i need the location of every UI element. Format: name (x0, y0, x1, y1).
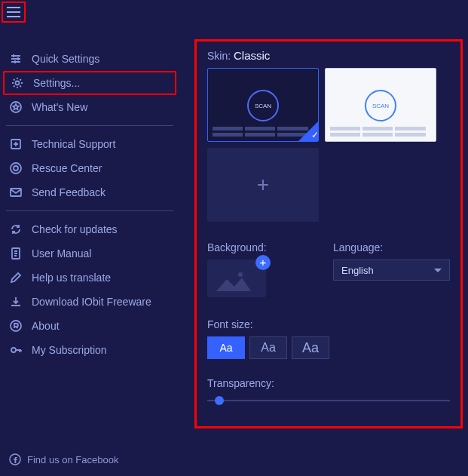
sidebar-menu: Quick Settings Settings... What's New Te… (3, 47, 176, 362)
svg-point-8 (11, 348, 16, 352)
key-icon (9, 343, 23, 357)
font-size-medium[interactable]: Aa (249, 336, 287, 359)
slider-knob[interactable] (215, 396, 224, 405)
menu-whats-new[interactable]: What's New (3, 95, 176, 119)
download-icon (9, 295, 23, 309)
skin-label: Skin: (207, 50, 231, 62)
facebook-label: Find us on Facebook (27, 454, 118, 465)
font-size-large[interactable]: Aa (292, 336, 329, 359)
skin-option-classic-dark[interactable]: SCAN (207, 68, 319, 142)
scan-preview: SCAN (247, 90, 279, 121)
gear-icon (11, 76, 24, 90)
menu-label: User Manual (32, 247, 91, 259)
star-icon (9, 100, 23, 114)
chevron-down-icon (434, 269, 442, 272)
language-label: Language: (333, 241, 450, 253)
scan-preview: SCAN (365, 90, 396, 121)
facebook-link[interactable]: Find us on Facebook (9, 453, 118, 465)
refresh-icon (9, 223, 23, 236)
hamburger-menu-button[interactable] (7, 7, 20, 17)
transparency-label: Transparency: (207, 377, 450, 389)
pencil-icon (9, 271, 23, 284)
menu-label: What's New (32, 101, 87, 113)
menu-user-manual[interactable]: User Manual (3, 241, 176, 266)
plus-icon: + (257, 173, 269, 197)
menu-technical-support[interactable]: Technical Support (3, 132, 176, 156)
menu-settings[interactable]: Settings... (3, 71, 176, 95)
skin-add-button[interactable]: + (207, 148, 319, 222)
separator (6, 125, 173, 126)
manual-icon (9, 247, 23, 260)
menu-label: Rescue Center (32, 162, 102, 174)
registered-icon (9, 319, 23, 333)
background-label: Background: (207, 241, 320, 253)
menu-quick-settings[interactable]: Quick Settings (3, 47, 176, 71)
add-background-icon: + (255, 255, 271, 270)
skin-value: Classic (234, 49, 270, 62)
separator (6, 210, 173, 211)
transparency-slider[interactable] (207, 395, 450, 406)
menu-label: Check for updates (32, 223, 118, 235)
menu-label: About (32, 320, 60, 332)
menu-rescue-center[interactable]: Rescue Center (3, 156, 176, 180)
check-icon (298, 121, 318, 141)
support-icon (9, 137, 23, 151)
language-select[interactable]: English (333, 259, 450, 281)
menu-label: Settings... (33, 77, 80, 89)
facebook-icon (9, 453, 21, 465)
menu-label: My Subscription (32, 344, 107, 356)
settings-panel: Skin: Classic SCAN SCAN + Background: + (194, 39, 463, 428)
menu-label: Quick Settings (32, 53, 99, 65)
menu-download-freeware[interactable]: Download IObit Freeware (3, 290, 176, 314)
svg-point-9 (238, 272, 243, 277)
menu-label: Send Feedback (32, 186, 106, 198)
skin-option-classic-light[interactable]: SCAN (325, 68, 436, 142)
menu-send-feedback[interactable]: Send Feedback (3, 180, 176, 204)
menu-help-translate[interactable]: Help us translate (3, 266, 176, 290)
lifebuoy-icon (9, 161, 23, 175)
background-picker[interactable]: + (207, 259, 266, 297)
sliders-icon (9, 52, 23, 66)
svg-point-4 (14, 166, 18, 170)
mail-icon (9, 186, 23, 199)
font-size-label: Font size: (207, 318, 450, 330)
svg-point-3 (11, 163, 21, 174)
language-value: English (341, 265, 374, 276)
svg-point-7 (11, 321, 21, 331)
font-size-small[interactable]: Aa (207, 336, 245, 359)
menu-my-subscription[interactable]: My Subscription (3, 338, 176, 362)
menu-label: Technical Support (32, 138, 115, 150)
menu-label: Download IObit Freeware (32, 296, 151, 308)
image-placeholder-icon (213, 269, 254, 294)
menu-check-updates[interactable]: Check for updates (3, 217, 176, 241)
menu-about[interactable]: About (3, 314, 176, 338)
menu-label: Help us translate (32, 272, 111, 284)
svg-point-0 (16, 81, 20, 85)
